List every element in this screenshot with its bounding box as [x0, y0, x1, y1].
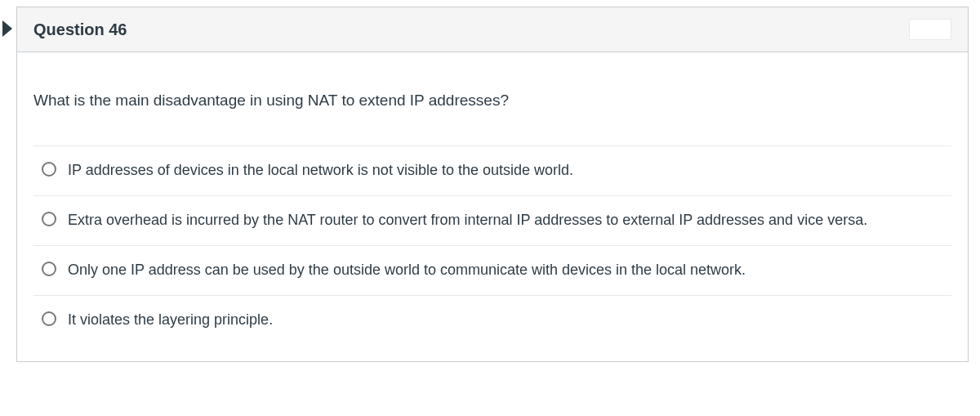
answer-label[interactable]: It violates the layering principle.	[68, 309, 273, 332]
answer-label[interactable]: IP addresses of devices in the local net…	[68, 159, 573, 182]
question-body: What is the main disadvantage in using N…	[17, 52, 968, 361]
answer-label[interactable]: Only one IP address can be used by the o…	[68, 259, 746, 282]
answer-label[interactable]: Extra overhead is incurred by the NAT ro…	[68, 209, 867, 232]
question-header: Question 46	[17, 7, 968, 52]
answer-option[interactable]: Extra overhead is incurred by the NAT ro…	[33, 195, 951, 245]
radio-icon[interactable]	[42, 212, 56, 226]
answer-option[interactable]: Only one IP address can be used by the o…	[33, 245, 951, 295]
question-card: Question 46 What is the main disadvantag…	[16, 7, 969, 362]
answer-option[interactable]: It violates the layering principle.	[33, 295, 951, 345]
radio-icon[interactable]	[42, 162, 56, 177]
answer-option[interactable]: IP addresses of devices in the local net…	[33, 145, 951, 195]
question-title: Question 46	[33, 20, 127, 39]
pointer-icon	[1, 19, 14, 38]
answer-list: IP addresses of devices in the local net…	[17, 145, 968, 361]
radio-icon[interactable]	[42, 311, 56, 326]
points-box	[909, 19, 951, 40]
radio-icon[interactable]	[42, 262, 56, 276]
question-prompt: What is the main disadvantage in using N…	[17, 52, 968, 145]
